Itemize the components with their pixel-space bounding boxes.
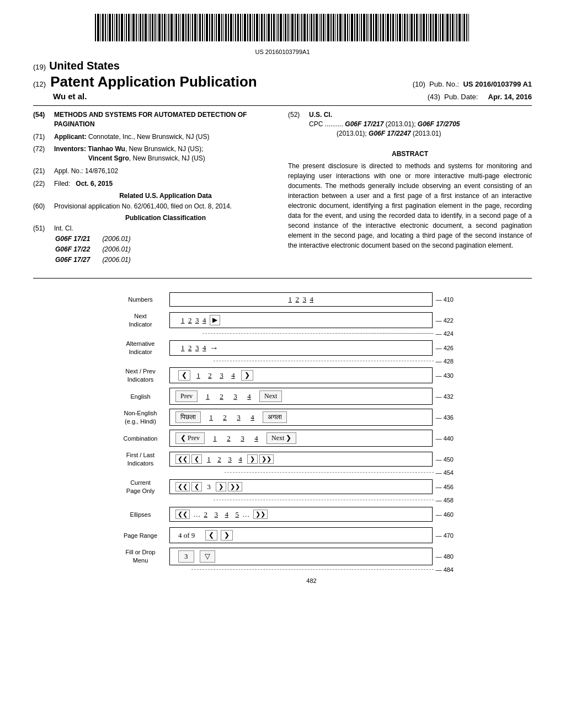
svg-rect-142 bbox=[433, 14, 434, 41]
fill-drop-box: 3 ▽ bbox=[169, 548, 433, 565]
current-page-box: ❮❮ ❮ 3 ❯ ❯❯ bbox=[169, 479, 433, 494]
svg-rect-110 bbox=[356, 14, 358, 41]
svg-rect-23 bbox=[150, 14, 151, 41]
svg-rect-99 bbox=[331, 14, 332, 41]
ref-426: — 426 bbox=[436, 345, 454, 351]
svg-rect-105 bbox=[344, 14, 346, 41]
cpc-value: G06F 17/217 bbox=[345, 120, 383, 128]
ref-row-458: — 458 bbox=[111, 497, 454, 504]
int-cl-date-2: (2006.01) bbox=[102, 245, 141, 254]
combination-content: ❮ Prev 1 2 3 4 Next ❯ — 440 bbox=[169, 430, 454, 447]
inventor1-loc: , New Brunswick, NJ (US); bbox=[125, 145, 203, 153]
svg-rect-69 bbox=[259, 14, 260, 41]
svg-rect-74 bbox=[271, 14, 272, 41]
abstract-text: The present disclosure is directed to me… bbox=[288, 161, 532, 250]
svg-rect-71 bbox=[264, 14, 265, 41]
int-cl-code-1: G06F 17/21 bbox=[55, 234, 101, 244]
first-last-box: ❮❮ ❮ 1 2 3 4 ❯ ❯❯ bbox=[169, 452, 433, 467]
svg-rect-78 bbox=[280, 14, 282, 41]
ref-436: — 436 bbox=[436, 414, 454, 421]
hindi-next-btn[interactable]: अगला bbox=[263, 411, 287, 423]
drop-menu-btn[interactable]: ▽ bbox=[200, 550, 215, 563]
svg-rect-91 bbox=[311, 14, 312, 41]
ref-row-428: — 428 bbox=[111, 358, 454, 365]
hindi-box: पिछला 1 2 3 4 अगला bbox=[169, 409, 433, 426]
related-data-title: Related U.S. Application Data bbox=[54, 192, 277, 200]
svg-rect-54 bbox=[223, 14, 224, 41]
us-cl-field: (52) U.S. Cl. CPC .......... G06F 17/217… bbox=[288, 110, 532, 138]
current-page-content: ❮❮ ❮ 3 ❯ ❯❯ — 456 bbox=[169, 479, 454, 494]
svg-rect-55 bbox=[225, 14, 227, 41]
svg-rect-30 bbox=[167, 14, 167, 41]
ref-422: — 422 bbox=[436, 317, 454, 324]
int-cl-label: Int. Cl. bbox=[54, 224, 73, 232]
provisional-field: (60) Provisional application No. 62/061,… bbox=[33, 202, 277, 211]
label-alt-indicator: AlternativeIndicator bbox=[111, 340, 169, 356]
diagram-row-numbers: Numbers 1 2 3 4 — 410 bbox=[111, 290, 454, 309]
svg-rect-151 bbox=[455, 14, 455, 41]
svg-rect-39 bbox=[188, 14, 189, 41]
svg-rect-117 bbox=[373, 14, 374, 41]
svg-rect-118 bbox=[375, 14, 377, 41]
label-ellipses: Ellipses bbox=[111, 511, 169, 518]
svg-rect-101 bbox=[335, 14, 336, 41]
inventors-num: (72) bbox=[33, 144, 54, 163]
svg-rect-154 bbox=[462, 14, 462, 41]
svg-rect-76 bbox=[276, 14, 276, 41]
diagram-row-combination: Combination ❮ Prev 1 2 3 4 Next ❯ — 440 bbox=[111, 429, 454, 448]
label-fill-drop: Fill or DropMenu bbox=[111, 548, 169, 564]
comb-next-btn[interactable]: Next ❯ bbox=[266, 432, 296, 444]
ref-456: — 456 bbox=[436, 484, 454, 490]
appl-no-value: 14/876,102 bbox=[85, 167, 118, 175]
next-btn[interactable]: Next bbox=[259, 390, 282, 402]
int-cl-date-3: (2006.01) bbox=[102, 255, 141, 265]
svg-rect-51 bbox=[216, 14, 217, 41]
title-text: METHODS AND SYSTEMS FOR AUTOMATED DETECT… bbox=[54, 110, 277, 129]
svg-rect-8 bbox=[114, 14, 115, 41]
int-cl-date-1: (2006.01) bbox=[102, 234, 141, 244]
title-field: (54) METHODS AND SYSTEMS FOR AUTOMATED D… bbox=[33, 110, 277, 129]
label-combination: Combination bbox=[111, 435, 169, 442]
applicant-field: (71) Applicant: Connotate, Inc., New Bru… bbox=[33, 132, 277, 142]
cpc-value2: G06F 17/2705 bbox=[418, 120, 460, 128]
ref-484: — 484 bbox=[436, 566, 454, 573]
svg-rect-122 bbox=[385, 14, 386, 41]
svg-rect-50 bbox=[214, 14, 215, 41]
svg-rect-153 bbox=[459, 14, 461, 41]
prev-btn[interactable]: Prev bbox=[175, 390, 198, 402]
hindi-prev-btn[interactable]: पिछला bbox=[175, 411, 201, 423]
svg-rect-6 bbox=[109, 14, 111, 41]
svg-rect-43 bbox=[198, 14, 198, 41]
ref-432: — 432 bbox=[436, 393, 454, 400]
appl-no-label: Appl. No.: bbox=[54, 167, 83, 175]
int-cl-field: (51) Int. Cl. G06F 17/21 (2006.01) G06F … bbox=[33, 224, 277, 265]
svg-rect-107 bbox=[349, 14, 350, 41]
svg-rect-156 bbox=[466, 14, 467, 41]
numbers-box: 1 2 3 4 bbox=[169, 292, 433, 307]
inventor-name: Wu et al. bbox=[53, 92, 87, 101]
app-pub-title: Patent Application Publication bbox=[50, 73, 257, 90]
svg-rect-63 bbox=[244, 14, 246, 41]
svg-rect-57 bbox=[230, 14, 232, 41]
svg-rect-19 bbox=[140, 14, 141, 41]
label-current-page: CurrentPage Only bbox=[111, 479, 169, 495]
diagram-row-page-range: Page Range 4 of 9 ❮ ❯ — 470 bbox=[111, 526, 454, 545]
svg-rect-116 bbox=[370, 14, 372, 41]
fill-input[interactable]: 3 bbox=[178, 550, 194, 563]
svg-rect-70 bbox=[261, 14, 263, 41]
svg-rect-68 bbox=[256, 14, 258, 41]
int-cl-content: Int. Cl. G06F 17/21 (2006.01) G06F 17/22… bbox=[54, 224, 277, 265]
comb-prev-btn[interactable]: ❮ Prev bbox=[175, 432, 205, 444]
svg-rect-106 bbox=[347, 14, 348, 41]
pub-class-title: Publication Classification bbox=[54, 214, 277, 222]
appl-no-field: (21) Appl. No.: 14/876,102 bbox=[33, 167, 277, 176]
svg-rect-93 bbox=[316, 14, 318, 41]
barcode-image bbox=[89, 11, 476, 44]
svg-rect-46 bbox=[204, 14, 205, 41]
svg-rect-27 bbox=[158, 14, 161, 41]
label-next-prev: Next / PrevIndicators bbox=[111, 367, 169, 383]
svg-rect-81 bbox=[287, 14, 289, 41]
svg-rect-88 bbox=[303, 14, 306, 41]
alt-indicator-content: 1 2 3 4 → — 426 bbox=[169, 340, 454, 356]
svg-rect-145 bbox=[440, 14, 441, 41]
